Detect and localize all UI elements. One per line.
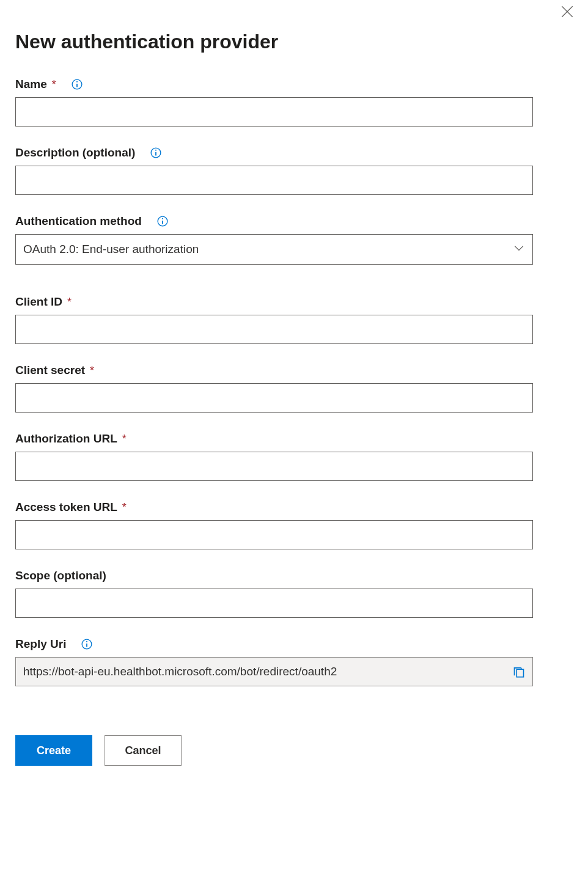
name-label: Name <box>15 78 47 91</box>
auth-method-selected-value: OAuth 2.0: End-user authorization <box>23 243 199 256</box>
svg-point-13 <box>86 641 87 642</box>
info-icon[interactable] <box>81 638 93 650</box>
new-auth-provider-panel: New authentication provider Name * Descr… <box>0 0 588 790</box>
auth-url-label: Authorization URL <box>15 432 117 446</box>
token-url-input[interactable] <box>15 520 533 549</box>
scope-label: Scope (optional) <box>15 569 106 582</box>
required-marker: * <box>122 501 127 514</box>
client-secret-label: Client secret <box>15 364 85 377</box>
token-url-label: Access token URL <box>15 501 117 514</box>
info-icon[interactable] <box>150 147 162 159</box>
auth-method-field: Authentication method OAuth 2.0: End-use… <box>15 215 573 265</box>
svg-rect-14 <box>516 669 523 677</box>
name-field: Name * <box>15 78 573 127</box>
client-id-input[interactable] <box>15 315 533 344</box>
copy-icon[interactable] <box>505 666 532 678</box>
info-icon[interactable] <box>156 215 169 227</box>
token-url-field: Access token URL * <box>15 501 573 549</box>
description-input[interactable] <box>15 166 533 195</box>
name-input[interactable] <box>15 97 533 127</box>
auth-url-input[interactable] <box>15 452 533 481</box>
cancel-button[interactable]: Cancel <box>105 735 182 766</box>
required-marker: * <box>52 78 56 91</box>
svg-point-4 <box>76 81 78 83</box>
description-label: Description (optional) <box>15 146 135 160</box>
client-id-label: Client ID <box>15 295 62 309</box>
client-secret-field: Client secret * <box>15 364 573 413</box>
auth-method-select[interactable]: OAuth 2.0: End-user authorization <box>15 234 533 265</box>
required-marker: * <box>67 296 72 309</box>
reply-uri-label: Reply Uri <box>15 637 66 651</box>
client-id-field: Client ID * <box>15 295 573 344</box>
svg-point-7 <box>155 150 156 151</box>
required-marker: * <box>90 364 94 377</box>
svg-point-10 <box>162 218 163 219</box>
auth-url-field: Authorization URL * <box>15 432 573 481</box>
create-button[interactable]: Create <box>15 735 92 766</box>
client-secret-input[interactable] <box>15 383 533 413</box>
close-icon[interactable] <box>559 3 576 20</box>
description-field: Description (optional) <box>15 146 573 195</box>
auth-method-label: Authentication method <box>15 215 142 228</box>
scope-field: Scope (optional) <box>15 569 573 618</box>
action-buttons: Create Cancel <box>15 735 573 766</box>
info-icon[interactable] <box>71 78 83 90</box>
reply-uri-value[interactable] <box>16 660 505 683</box>
panel-title: New authentication provider <box>15 31 573 53</box>
scope-input[interactable] <box>15 589 533 618</box>
required-marker: * <box>122 433 127 446</box>
reply-uri-field: Reply Uri <box>15 637 573 686</box>
